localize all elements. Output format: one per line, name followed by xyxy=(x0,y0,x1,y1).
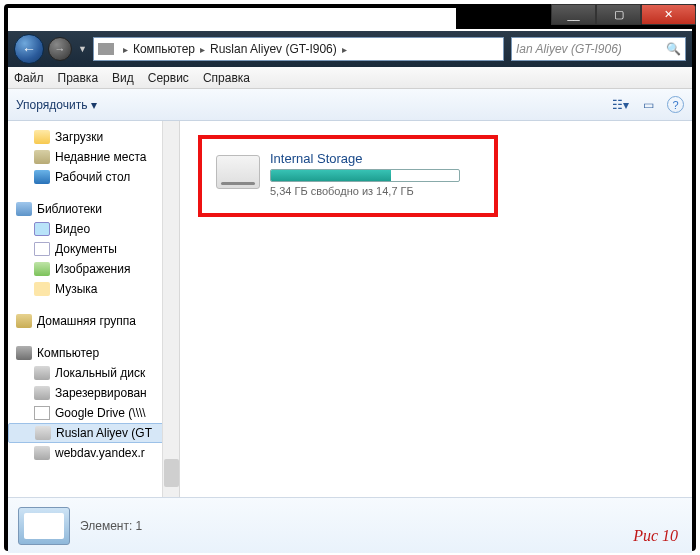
capacity-fill xyxy=(271,170,391,181)
sidebar-item-label: Компьютер xyxy=(37,346,99,360)
sidebar-item-desktop[interactable]: Рабочий стол xyxy=(8,167,179,187)
video-icon xyxy=(34,222,50,236)
details-thumb-icon xyxy=(18,507,70,545)
menu-edit[interactable]: Правка xyxy=(58,71,99,85)
music-icon xyxy=(34,282,50,296)
device-icon xyxy=(35,426,51,440)
sidebar-group-computer[interactable]: Компьютер xyxy=(8,343,179,363)
storage-item[interactable]: Internal Storage 5,34 ГБ свободно из 14,… xyxy=(212,147,484,201)
sidebar-item-label: Локальный диск xyxy=(55,366,145,380)
organize-label: Упорядочить xyxy=(16,98,87,112)
sidebar-scrollbar[interactable] xyxy=(162,121,179,497)
crumb-sep-icon: ▸ xyxy=(337,44,352,55)
hdd-icon xyxy=(34,366,50,380)
menu-file[interactable]: Файл xyxy=(14,71,44,85)
titlebar-controls: __ ▢ ✕ xyxy=(456,4,696,29)
sidebar-item-label: Библиотеки xyxy=(37,202,102,216)
menu-bar: Файл Правка Вид Сервис Справка xyxy=(8,67,692,89)
drive-icon xyxy=(216,155,260,189)
organize-button[interactable]: Упорядочить ▾ xyxy=(16,98,97,112)
help-button[interactable]: ? xyxy=(667,96,684,113)
sidebar-item-video[interactable]: Видео xyxy=(8,219,179,239)
sidebar-item-recent[interactable]: Недавние места xyxy=(8,147,179,167)
sidebar-item-label: Домашняя группа xyxy=(37,314,136,328)
views-icon: ☷ xyxy=(612,98,623,112)
menu-help[interactable]: Справка xyxy=(203,71,250,85)
navigation-bar: ← → ▼ ▸ Компьютер ▸ Ruslan Aliyev (GT-I9… xyxy=(8,31,692,67)
places-icon xyxy=(34,150,50,164)
figure-caption: Рис 10 xyxy=(633,527,678,545)
computer-icon xyxy=(16,346,32,360)
scrollbar-thumb[interactable] xyxy=(164,459,179,487)
breadcrumb-device[interactable]: Ruslan Aliyev (GT-I906) xyxy=(210,42,337,56)
sidebar-item-label: Ruslan Aliyev (GT xyxy=(56,426,152,440)
pictures-icon xyxy=(34,262,50,276)
hdd-icon xyxy=(34,386,50,400)
sidebar-item-webdav[interactable]: webdav.yandex.r xyxy=(8,443,179,463)
content-pane: Internal Storage 5,34 ГБ свободно из 14,… xyxy=(180,121,692,497)
sidebar-item-label: Google Drive (\\\\ xyxy=(55,406,146,420)
sidebar-item-documents[interactable]: Документы xyxy=(8,239,179,259)
sidebar-item-label: Документы xyxy=(55,242,117,256)
menu-tools[interactable]: Сервис xyxy=(148,71,189,85)
homegroup-icon xyxy=(16,314,32,328)
gdrive-icon xyxy=(34,406,50,420)
sidebar-item-label: Музыка xyxy=(55,282,97,296)
document-icon xyxy=(34,242,50,256)
sidebar-item-pictures[interactable]: Изображения xyxy=(8,259,179,279)
sidebar-group-homegroup[interactable]: Домашняя группа xyxy=(8,311,179,331)
sidebar-item-label: Изображения xyxy=(55,262,130,276)
breadcrumb-computer[interactable]: Компьютер xyxy=(133,42,195,56)
location-icon xyxy=(98,43,114,55)
search-icon[interactable]: 🔍 xyxy=(666,42,681,56)
maximize-button[interactable]: ▢ xyxy=(596,4,641,25)
annotation-highlight: Internal Storage 5,34 ГБ свободно из 14,… xyxy=(198,135,498,217)
crumb-sep-icon: ▸ xyxy=(118,44,133,55)
minimize-button[interactable]: __ xyxy=(551,4,596,25)
body: Загрузки Недавние места Рабочий стол Биб… xyxy=(8,121,692,497)
close-button[interactable]: ✕ xyxy=(641,4,696,25)
crumb-sep-icon: ▸ xyxy=(195,44,210,55)
sidebar-item-label: Недавние места xyxy=(55,150,146,164)
desktop-icon xyxy=(34,170,50,184)
sidebar-item-gdrive[interactable]: Google Drive (\\\\ xyxy=(8,403,179,423)
search-placeholder: Ian Aliyev (GT-I906) xyxy=(516,42,622,56)
preview-pane-button[interactable]: ▭ xyxy=(639,96,657,114)
sidebar-item-music[interactable]: Музыка xyxy=(8,279,179,299)
folder-icon xyxy=(34,130,50,144)
address-bar[interactable]: ▸ Компьютер ▸ Ruslan Aliyev (GT-I906) ▸ xyxy=(93,37,504,61)
chevron-down-icon: ▾ xyxy=(91,98,97,112)
sidebar-group-libraries[interactable]: Библиотеки xyxy=(8,199,179,219)
sidebar-item-label: Рабочий стол xyxy=(55,170,130,184)
views-button[interactable]: ☷ ▾ xyxy=(611,96,629,114)
chevron-down-icon: ▾ xyxy=(623,98,629,112)
window-frame: __ ▢ ✕ ← → ▼ ▸ Компьютер ▸ Ruslan Aliyev… xyxy=(4,4,696,551)
storage-name: Internal Storage xyxy=(270,151,460,166)
sidebar-item-label: Загрузки xyxy=(55,130,103,144)
sidebar-item-localdisk[interactable]: Локальный диск xyxy=(8,363,179,383)
sidebar-item-label: webdav.yandex.r xyxy=(55,446,145,460)
menu-view[interactable]: Вид xyxy=(112,71,134,85)
storage-info: Internal Storage 5,34 ГБ свободно из 14,… xyxy=(270,151,460,197)
sidebar-item-device[interactable]: Ruslan Aliyev (GT xyxy=(8,423,179,443)
back-button[interactable]: ← xyxy=(14,34,44,64)
libraries-icon xyxy=(16,202,32,216)
sidebar-item-label: Зарезервирован xyxy=(55,386,147,400)
sidebar-item-downloads[interactable]: Загрузки xyxy=(8,127,179,147)
sidebar-item-reserved[interactable]: Зарезервирован xyxy=(8,383,179,403)
netdrive-icon xyxy=(34,446,50,460)
search-input[interactable]: Ian Aliyev (GT-I906) 🔍 xyxy=(511,37,686,61)
navigation-pane: Загрузки Недавние места Рабочий стол Биб… xyxy=(8,121,180,497)
capacity-bar xyxy=(270,169,460,182)
command-bar: Упорядочить ▾ ☷ ▾ ▭ ? xyxy=(8,89,692,121)
forward-button[interactable]: → xyxy=(48,37,72,61)
history-dropdown-icon[interactable]: ▼ xyxy=(76,44,89,54)
capacity-text: 5,34 ГБ свободно из 14,7 ГБ xyxy=(270,185,460,197)
details-pane: Элемент: 1 Рис 10 xyxy=(8,497,692,553)
details-count: Элемент: 1 xyxy=(80,519,142,533)
sidebar-item-label: Видео xyxy=(55,222,90,236)
